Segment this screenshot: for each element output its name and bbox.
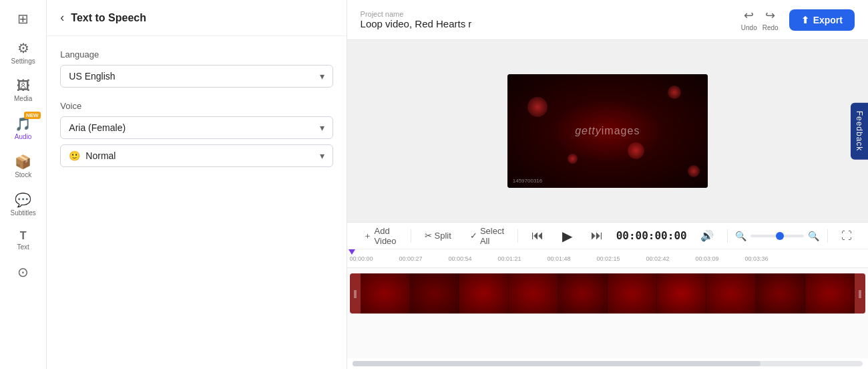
- getty-watermark: gettyimages: [575, 125, 640, 137]
- toolbar-divider-1: [411, 229, 411, 243]
- voice-select[interactable]: Aria (Female) ▾: [60, 116, 333, 139]
- timeline-ruler: 00:00:00 00:00:27 00:00:54 00:01:21 00:0…: [347, 249, 868, 268]
- mood-text: Normal: [85, 150, 116, 161]
- voice-label: Voice: [60, 101, 333, 111]
- project-label: Project name: [361, 10, 472, 18]
- stock-label: Stock: [15, 171, 31, 178]
- mood-emoji: 🙂: [69, 150, 80, 161]
- redo-icon: ↪: [765, 8, 775, 23]
- grid-icon: ⊞: [17, 11, 29, 27]
- ruler-mark-4: 00:01:48: [548, 255, 571, 262]
- project-info: Project name Loop video, Red Hearts r: [361, 10, 472, 29]
- zoom-container: 🔍 🔍: [735, 231, 819, 241]
- toolbar-divider-2: [517, 229, 518, 243]
- sidebar-item-text[interactable]: T Text: [3, 225, 43, 256]
- topbar-actions: ↩ Undo ↪ Redo ⬆ Export: [741, 8, 855, 31]
- play-button[interactable]: ▶: [557, 225, 578, 247]
- track-frames: [361, 273, 855, 314]
- split-button[interactable]: ✂ Split: [419, 228, 457, 243]
- playhead-arrow: [349, 249, 355, 255]
- mood-chevron-icon: ▾: [320, 150, 324, 161]
- sidebar-item-stock[interactable]: 📦 Stock: [3, 148, 43, 184]
- track-frame-9: [756, 273, 805, 314]
- sidebar-item-media[interactable]: 🖼 Media: [3, 73, 43, 108]
- track-handle-right[interactable]: ‖: [855, 273, 865, 314]
- track-frame-3: [459, 273, 509, 314]
- ruler-mark-8: 00:03:36: [745, 255, 769, 262]
- ruler-mark-1: 00:00:27: [399, 255, 423, 262]
- undo-redo-group: ↩ Undo ↪ Redo: [741, 8, 779, 31]
- language-chevron-icon: ▾: [320, 71, 324, 82]
- track-frame-6: [608, 273, 657, 314]
- timeline-toolbar: ＋ Add Video ✂ Split ✓ Select All ⏮ ▶ ⏭ 0…: [347, 223, 868, 249]
- sidebar-item-subtitles[interactable]: 💬 Subtitles: [3, 187, 43, 222]
- project-name: Loop video, Red Hearts r: [361, 18, 472, 29]
- audio-label: Audio: [15, 133, 32, 140]
- settings-icon: ⚙: [17, 40, 29, 56]
- fit-button[interactable]: ⛶: [836, 227, 857, 245]
- zoom-slider[interactable]: [750, 235, 804, 237]
- ruler-mark-2: 00:00:54: [449, 255, 472, 262]
- track-frame-8: [706, 273, 756, 314]
- sidebar: ⊞ ⚙ Settings 🖼 Media NEW 🎵 Audio 📦 Stock…: [0, 0, 47, 369]
- zoom-in-button[interactable]: 🔍: [808, 231, 819, 241]
- toolbar-divider-3: [727, 229, 728, 243]
- undo-label: Undo: [741, 24, 757, 31]
- split-label: Split: [435, 231, 451, 241]
- split-icon: ✂: [425, 231, 432, 241]
- transitions-icon: ⊙: [17, 264, 29, 280]
- video-id: 1459700316: [513, 178, 543, 184]
- fast-forward-button[interactable]: ⏭: [586, 226, 608, 245]
- handle-left-icon: ‖: [353, 289, 357, 298]
- track-frame-4: [509, 273, 558, 314]
- sidebar-item-settings[interactable]: ⚙ Settings: [3, 35, 43, 70]
- video-preview: gettyimages 1459700316: [507, 74, 708, 188]
- mood-select[interactable]: 🙂 Normal ▾: [60, 144, 333, 167]
- back-button[interactable]: ‹: [60, 11, 64, 25]
- handle-right-icon: ‖: [858, 289, 862, 298]
- add-icon: ＋: [363, 230, 372, 242]
- ruler-mark-5: 00:02:15: [597, 255, 620, 262]
- rewind-button[interactable]: ⏮: [526, 226, 549, 245]
- timeline-scrollbar[interactable]: [353, 361, 863, 366]
- video-preview-inner: gettyimages 1459700316: [507, 74, 708, 188]
- language-label: Language: [60, 49, 333, 59]
- feedback-button[interactable]: Feedback: [851, 103, 868, 160]
- sidebar-item-transitions[interactable]: ⊙: [3, 259, 43, 285]
- select-all-button[interactable]: ✓ Select All: [465, 223, 509, 249]
- export-icon: ⬆: [801, 15, 809, 25]
- sidebar-item-audio[interactable]: NEW 🎵 Audio: [3, 110, 43, 146]
- mood-value: 🙂 Normal: [69, 150, 116, 161]
- ruler-mark-0: 00:00:00: [350, 255, 373, 262]
- toolbar-divider-4: [827, 229, 828, 243]
- ruler-mark-3: 00:01:21: [498, 255, 521, 262]
- panel-content: Language US English ▾ Voice Aria (Female…: [47, 36, 346, 180]
- add-video-button[interactable]: ＋ Add Video: [358, 223, 403, 249]
- zoom-out-button[interactable]: 🔍: [735, 231, 746, 241]
- volume-button[interactable]: 🔊: [695, 227, 719, 245]
- panel-title: Text to Speech: [71, 12, 146, 24]
- text-label: Text: [17, 243, 29, 251]
- add-video-label: Add Video: [375, 226, 397, 246]
- voice-value: Aria (Female): [69, 122, 126, 133]
- preview-area: gettyimages 1459700316 Feedback: [347, 40, 868, 222]
- zoom-thumb: [776, 232, 784, 240]
- language-field: Language US English ▾: [60, 49, 333, 88]
- track-frame-5: [558, 273, 608, 314]
- text-icon: T: [20, 230, 27, 242]
- media-icon: 🖼: [17, 78, 30, 94]
- language-value: US English: [69, 71, 115, 82]
- ruler-mark-6: 00:02:42: [646, 255, 670, 262]
- track-frame-7: [657, 273, 706, 314]
- timeline-area: ＋ Add Video ✂ Split ✓ Select All ⏮ ▶ ⏭ 0…: [347, 222, 868, 369]
- check-icon: ✓: [470, 231, 477, 241]
- export-button[interactable]: ⬆ Export: [789, 9, 855, 31]
- track-handle-left[interactable]: ‖: [350, 273, 361, 314]
- redo-button[interactable]: ↪ Redo: [763, 8, 779, 31]
- sidebar-item-grid[interactable]: ⊞: [3, 5, 43, 32]
- settings-label: Settings: [11, 57, 35, 65]
- export-label: Export: [813, 15, 843, 25]
- new-badge: NEW: [24, 112, 41, 119]
- language-select[interactable]: US English ▾: [60, 65, 333, 88]
- undo-button[interactable]: ↩ Undo: [741, 8, 757, 31]
